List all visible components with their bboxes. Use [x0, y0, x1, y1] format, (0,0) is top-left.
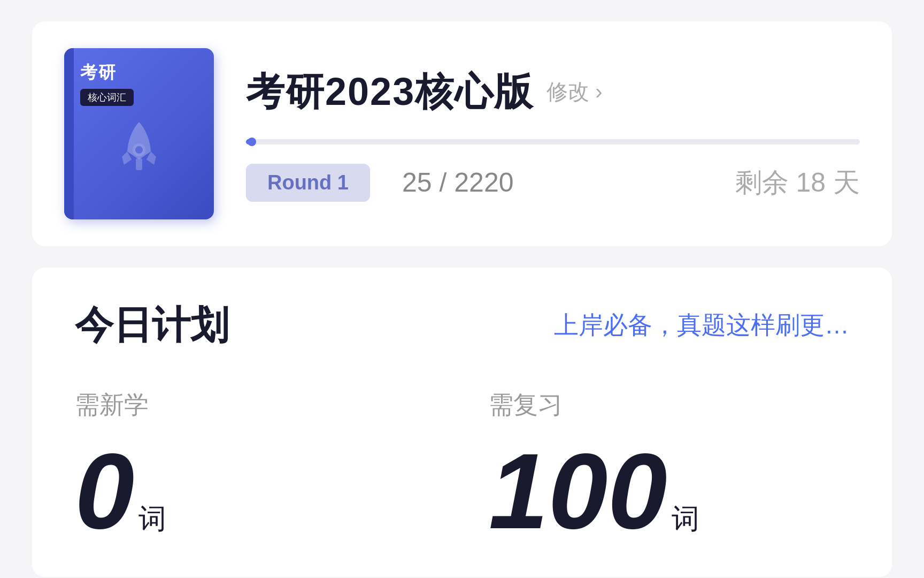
book-main-title: 考研2023核心版	[246, 66, 534, 118]
remaining-label: 剩余	[735, 168, 789, 197]
review-unit: 词	[672, 500, 699, 538]
new-learn-count: 0	[75, 438, 134, 545]
new-learn-label: 需新学	[75, 389, 435, 422]
stats-row: 需新学 0 词 需复习 100 词	[75, 389, 849, 545]
progress-bar-background	[246, 139, 860, 144]
book-title-row: 考研2023核心版 修改 ›	[246, 66, 860, 118]
new-learn-unit: 词	[138, 500, 166, 538]
review-stat: 需复习 100 词	[489, 389, 849, 545]
progress-bar-fill	[246, 139, 253, 144]
edit-button[interactable]: 修改 ›	[546, 77, 602, 107]
remaining-text: 剩余 18 天	[735, 165, 860, 201]
remaining-days: 18	[796, 168, 826, 197]
new-learn-value-row: 0 词	[75, 438, 435, 545]
page-container: 考研 核心词汇 考研2023核心版 修改 ›	[0, 0, 924, 578]
review-value-row: 100 词	[489, 438, 849, 545]
book-info: 考研2023核心版 修改 › Round 1 25 / 2220 剩余 18 天	[246, 66, 860, 202]
book-cover-label: 核心词汇	[80, 89, 134, 106]
review-count: 100	[489, 438, 667, 545]
svg-point-2	[135, 146, 143, 154]
new-learn-stat: 需新学 0 词	[75, 389, 435, 545]
book-cover: 考研 核心词汇	[64, 48, 214, 219]
round-row: Round 1 25 / 2220 剩余 18 天	[246, 164, 860, 202]
progress-container	[246, 139, 860, 144]
progress-text: 25 / 2220	[402, 167, 514, 198]
review-label: 需复习	[489, 389, 849, 422]
book-cover-title: 考研	[80, 61, 117, 85]
svg-rect-1	[136, 158, 142, 170]
plan-section: 今日计划 上岸必备，真题这样刷更… 需新学 0 词 需复习 100 词	[32, 268, 892, 577]
plan-link[interactable]: 上岸必备，真题这样刷更…	[554, 309, 849, 342]
plan-title: 今日计划	[75, 300, 229, 351]
book-card: 考研 核心词汇 考研2023核心版 修改 ›	[32, 21, 892, 246]
round-badge: Round 1	[246, 164, 370, 202]
plan-header: 今日计划 上岸必备，真题这样刷更…	[75, 300, 849, 351]
rocket-icon	[112, 117, 166, 186]
remaining-unit: 天	[833, 168, 860, 197]
